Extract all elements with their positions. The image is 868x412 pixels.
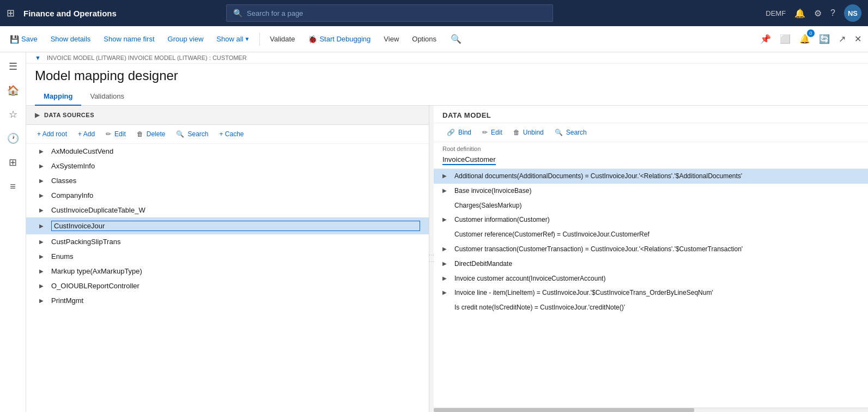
show-details-button[interactable]: Show details	[45, 32, 96, 46]
chevron-right-icon: ▶	[442, 260, 450, 268]
user-avatar[interactable]: NS	[844, 4, 861, 22]
debug-icon: 🐞	[308, 35, 317, 44]
tree-item-custinvoiceduplicatetable[interactable]: ▶ CustInvoiceDuplicateTable_W	[26, 203, 429, 217]
cache-button[interactable]: + Cache	[215, 128, 248, 140]
sidebar-item-modules[interactable]: ≡	[3, 177, 23, 196]
chevron-right-icon: ▶	[39, 148, 47, 154]
close-icon[interactable]: ✕	[852, 32, 864, 46]
grid-icon[interactable]: ⊞	[7, 7, 15, 19]
tree-item-custpackingsliptrans[interactable]: ▶ CustPackingSlipTrans	[26, 234, 429, 249]
data-sources-toolbar: + Add root + Add ✏ Edit 🗑 Delete 🔍	[26, 125, 429, 144]
data-sources-panel: ▶ DATA SOURCES + Add root + Add ✏ Edit	[26, 106, 429, 412]
top-navigation: ⊞ Finance and Operations 🔍 Search for a …	[0, 0, 868, 26]
search-button[interactable]: 🔍 Search	[172, 128, 213, 140]
model-item-additionaldocs[interactable]: ▶ Additional documents(AdditionalDocumen…	[434, 169, 868, 184]
chevron-right-icon: ▶	[442, 275, 450, 282]
chevron-right-icon: ▶	[442, 216, 450, 223]
edit-icon: ✏	[106, 130, 111, 138]
validate-button[interactable]: Validate	[264, 32, 300, 46]
add-button[interactable]: + Add	[74, 128, 99, 140]
tree-item-oioublcontroller[interactable]: ▶ O_OIOUBLReportController	[26, 278, 429, 293]
tree-item-axmodulecustvend[interactable]: ▶ AxModuleCustVend	[26, 144, 429, 159]
data-sources-title: DATA SOURCES	[44, 112, 94, 118]
pin-icon[interactable]: 📌	[758, 32, 773, 46]
chevron-right-icon: ▶	[39, 207, 47, 213]
nav-right-actions: DEMF 🔔 ⚙ ? NS	[766, 4, 861, 22]
expand-icon[interactable]: ⬜	[778, 32, 793, 46]
model-item-customerinfo[interactable]: ▶ Customer information(Customer)	[434, 213, 868, 227]
root-definition-section: Root definition InvoiceCustomer	[434, 142, 868, 169]
data-sources-header: ▶ DATA SOURCES	[26, 106, 429, 125]
tabs-container: Mapping Validations	[26, 88, 868, 106]
sidebar-item-workspaces[interactable]: ⊞	[3, 153, 23, 172]
sidebar-item-menu[interactable]: ☰	[3, 57, 23, 76]
tree-item-markuptype[interactable]: ▶ Markup type(AxMarkupType)	[26, 264, 429, 278]
tree-item-printmgmt[interactable]: ▶ PrintMgmt	[26, 293, 429, 308]
model-item-baseinvoice[interactable]: ▶ Base invoice(InvoiceBase)	[434, 184, 868, 198]
model-item-customerref[interactable]: Customer reference(CustomerRef) = CustIn…	[434, 227, 868, 242]
help-icon[interactable]: ?	[830, 8, 835, 18]
vertical-resize-handle[interactable]: ⋮⋮	[429, 106, 434, 412]
page-header: Model mapping designer	[26, 64, 868, 88]
view-button[interactable]: View	[378, 32, 404, 46]
unlink-icon: 🗑	[513, 129, 520, 136]
data-model-tree: ▶ Additional documents(AdditionalDocumen…	[434, 169, 868, 408]
open-new-icon[interactable]: ↗	[836, 32, 848, 46]
data-model-toolbar: 🔗 Bind ✏ Edit 🗑 Unbind 🔍 Search	[434, 123, 868, 142]
options-button[interactable]: Options	[406, 32, 442, 46]
start-debugging-button[interactable]: 🐞 Start Debugging	[302, 32, 376, 47]
edit-model-button[interactable]: ✏ Edit	[478, 126, 507, 138]
breadcrumb: ▼ INVOICE MODEL (LITWARE) INVOICE MODEL …	[26, 52, 868, 64]
show-all-button[interactable]: Show all ▼	[211, 32, 255, 46]
sidebar-item-home[interactable]: 🏠	[3, 81, 23, 100]
model-item-invoicecustaccount[interactable]: ▶ Invoice customer account(InvoiceCustom…	[434, 271, 868, 286]
panel-expand-icon[interactable]: ▶	[35, 111, 40, 119]
bind-button[interactable]: 🔗 Bind	[442, 126, 476, 138]
tree-item-companyinfo[interactable]: ▶ CompanyInfo	[26, 188, 429, 203]
chevron-right-icon: ▶	[39, 253, 47, 259]
refresh-icon[interactable]: 🔄	[817, 32, 832, 46]
save-button[interactable]: 💾 Save	[4, 32, 43, 47]
data-sources-tree: ▶ AxModuleCustVend ▶ AxSystemInfo ▶ Clas…	[26, 144, 429, 412]
add-root-button[interactable]: + Add root	[33, 128, 71, 140]
model-item-invoiceline[interactable]: ▶ Invoice line - item(LineItem) = CustIn…	[434, 286, 868, 300]
chevron-right-icon: ▶	[39, 298, 47, 304]
model-item-charges[interactable]: Charges(SalesMarkup)	[434, 198, 868, 213]
left-sidebar: ☰ 🏠 ☆ 🕐 ⊞ ≡	[0, 52, 26, 412]
tree-item-classes[interactable]: ▶ Classes	[26, 173, 429, 188]
unbind-button[interactable]: 🗑 Unbind	[509, 126, 548, 138]
sidebar-item-favorites[interactable]: ☆	[3, 105, 23, 124]
sidebar-item-recent[interactable]: 🕐	[3, 129, 23, 148]
tab-mapping[interactable]: Mapping	[35, 88, 81, 106]
app-title: Finance and Operations	[23, 9, 117, 18]
settings-icon[interactable]: ⚙	[814, 8, 822, 19]
notifications-icon[interactable]: 🔔	[794, 8, 805, 19]
root-definition-label: Root definition	[442, 146, 859, 152]
toolbar-right: 📌 ⬜ 🔔0 🔄 ↗ ✕	[758, 32, 864, 46]
search-icon: 🔍	[555, 129, 563, 136]
chevron-right-icon: ▶	[442, 172, 450, 180]
edit-button[interactable]: ✏ Edit	[101, 128, 130, 140]
model-item-directdebit[interactable]: ▶ DirectDebitMandate	[434, 257, 868, 271]
chevron-right-icon: ▶	[39, 268, 47, 274]
notification-count-icon[interactable]: 🔔0	[797, 32, 812, 46]
tab-validations[interactable]: Validations	[81, 88, 133, 106]
show-name-first-button[interactable]: Show name first	[98, 32, 160, 46]
root-definition-value: InvoiceCustomer	[442, 155, 496, 165]
search-model-button[interactable]: 🔍 Search	[550, 126, 591, 138]
search-toolbar-icon[interactable]: 🔍	[448, 32, 464, 46]
delete-button[interactable]: 🗑 Delete	[132, 128, 170, 140]
model-item-customertransaction[interactable]: ▶ Customer transaction(CustomerTransacti…	[434, 242, 868, 257]
chevron-right-icon: ▶	[39, 163, 47, 169]
search-icon: 🔍	[233, 9, 242, 17]
data-model-panel: DATA MODEL 🔗 Bind ✏ Edit 🗑 Unbind	[434, 106, 868, 412]
tree-item-axsysteminfo[interactable]: ▶ AxSystemInfo	[26, 159, 429, 173]
group-view-button[interactable]: Group view	[162, 32, 209, 46]
global-search-bar[interactable]: 🔍 Search for a page	[226, 4, 553, 22]
tree-item-custinvoicejour[interactable]: ▶ CustInvoiceJour	[26, 217, 429, 234]
scrollbar-thumb	[434, 408, 694, 412]
tree-item-enums[interactable]: ▶ Enums	[26, 249, 429, 264]
horizontal-scrollbar[interactable]	[434, 408, 868, 412]
environment-label: DEMF	[766, 9, 786, 17]
model-item-iscreditnote[interactable]: Is credit note(IsCreditNote) = CustInvoi…	[434, 300, 868, 315]
